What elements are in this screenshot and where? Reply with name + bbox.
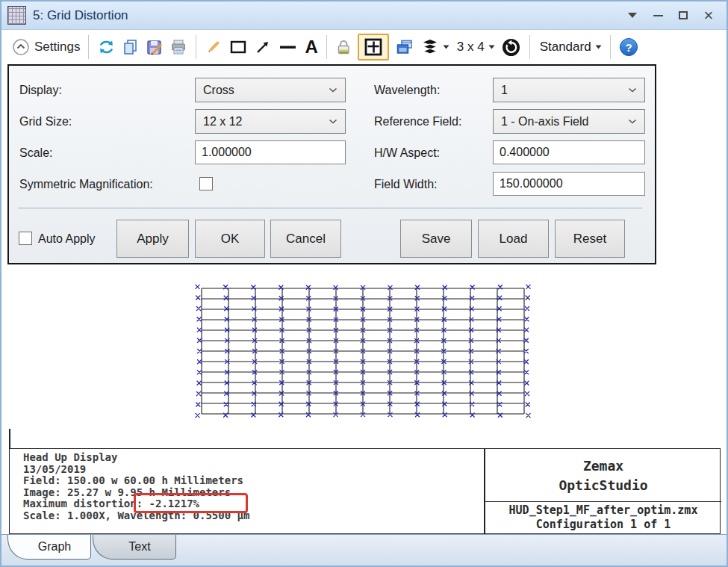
reference-field-value: 1 - On-axis Field — [501, 115, 588, 128]
grid-size-value: 12 x 12 — [203, 115, 242, 128]
hw-aspect-input[interactable] — [493, 140, 645, 164]
auto-apply-checkbox[interactable] — [19, 232, 32, 245]
field-width-label: Field Width: — [374, 172, 437, 196]
refresh-button[interactable] — [97, 38, 116, 56]
file-cell: HUD_Step1_MF_after_optim.zmx Configurati… — [485, 502, 721, 533]
collapse-settings-button[interactable]: Settings — [12, 38, 80, 56]
lock-button[interactable] — [335, 38, 352, 56]
toolbar: Settings A — [1, 30, 727, 64]
apply-button[interactable]: Apply — [116, 220, 189, 258]
brand-cell: Zemax OpticStudio — [485, 449, 721, 502]
copy-button[interactable] — [122, 38, 140, 56]
frame-line — [9, 429, 10, 448]
save-button[interactable] — [146, 38, 164, 56]
chevron-down-icon — [628, 87, 637, 93]
chevron-down-icon — [488, 45, 495, 49]
field-width-input[interactable] — [493, 172, 645, 196]
scale-input[interactable] — [195, 140, 346, 164]
annotation-line-field: Field: 150.00 w 60.00 h Millimeters — [23, 475, 249, 487]
symmetric-magnification-label: Symmetric Magnification: — [19, 172, 153, 196]
chevron-down-icon — [628, 13, 637, 18]
wavelength-label: Wavelength: — [374, 78, 440, 102]
brand-opticstudio: OpticStudio — [559, 476, 647, 495]
svg-text:?: ? — [625, 41, 632, 54]
split-view-button[interactable] — [358, 34, 389, 61]
draw-pencil-button[interactable] — [205, 38, 223, 56]
max-distortion-highlight — [134, 493, 248, 513]
cascade-windows-button[interactable] — [395, 38, 414, 56]
line-icon — [278, 38, 299, 56]
auto-apply-label: Auto Apply — [38, 226, 96, 251]
grid-size-label: Grid Size: — [19, 109, 72, 134]
tab-graph-label: Graph — [38, 540, 71, 554]
window-grid-dropdown[interactable]: 3 x 4 — [455, 40, 495, 55]
cascade-windows-icon — [395, 38, 414, 56]
profile-dropdown[interactable]: Standard — [538, 40, 602, 55]
chevron-down-icon — [595, 45, 602, 49]
titlebar: 5: Grid Distortion × — [1, 1, 727, 30]
brand-zemax: Zemax — [583, 456, 623, 476]
view-tabbar: Graph Text — [1, 534, 727, 566]
draw-rectangle-button[interactable] — [228, 38, 248, 56]
refresh-icon — [97, 38, 116, 56]
help-button[interactable]: ? — [619, 37, 638, 57]
arrow-icon — [254, 38, 272, 56]
chevron-up-circle-icon — [12, 38, 30, 56]
update-all-button[interactable] — [501, 37, 521, 58]
draw-text-button[interactable]: A — [305, 38, 317, 56]
display-select[interactable]: Cross — [195, 78, 346, 102]
rotate-ccw-icon — [501, 37, 521, 58]
load-settings-button[interactable]: Load — [478, 220, 549, 258]
profile-label: Standard — [540, 40, 591, 55]
grid-distortion-icon — [7, 6, 26, 25]
print-button[interactable] — [169, 38, 187, 56]
maximize-icon — [679, 11, 688, 19]
pencil-icon — [205, 38, 223, 56]
wavelength-select[interactable]: 1 — [493, 78, 645, 102]
lock-icon — [335, 38, 352, 56]
minimize-icon — [653, 15, 663, 16]
grid-size-select[interactable]: 12 x 12 — [195, 109, 346, 134]
display-label: Display: — [19, 78, 62, 102]
quad-window-icon — [364, 37, 383, 57]
save-settings-button[interactable]: Save — [400, 220, 472, 258]
settings-panel: Display: Cross Wavelength: 1 Grid Size: … — [7, 64, 656, 264]
toolbar-separator — [610, 35, 611, 59]
draw-arrow-button[interactable] — [254, 38, 272, 56]
tab-graph[interactable]: Graph — [7, 535, 91, 560]
close-button[interactable]: × — [701, 8, 716, 23]
tab-text[interactable]: Text — [93, 535, 176, 560]
configuration-label: Configuration 1 of 1 — [536, 518, 671, 532]
reset-settings-button[interactable]: Reset — [555, 220, 625, 258]
wavelength-value: 1 — [501, 84, 508, 97]
settings-label: Settings — [34, 40, 80, 55]
help-icon: ? — [619, 37, 638, 57]
save-icon — [146, 38, 164, 56]
toolbar-separator — [529, 35, 530, 59]
display-value: Cross — [203, 84, 234, 97]
hw-aspect-label: H/W Aspect: — [374, 140, 440, 165]
lens-file-name: HUD_Step1_MF_after_optim.zmx — [509, 504, 698, 518]
window-grid-label: 3 x 4 — [457, 40, 485, 55]
reference-field-select[interactable]: 1 - On-axis Field — [493, 109, 645, 134]
reference-field-label: Reference Field: — [374, 109, 461, 134]
minimize-button[interactable] — [650, 8, 665, 23]
toolbar-separator — [196, 35, 196, 59]
rectangle-icon — [228, 38, 248, 56]
annotation-line-date: 13/05/2019 — [23, 464, 249, 476]
cancel-button[interactable]: Cancel — [270, 220, 341, 258]
draw-line-button[interactable] — [278, 38, 299, 56]
window-controls: × — [625, 8, 727, 23]
maximize-button[interactable] — [676, 8, 691, 23]
tab-text-label: Text — [128, 540, 150, 554]
symmetric-magnification-checkbox[interactable] — [199, 177, 213, 190]
ok-button[interactable]: OK — [195, 220, 265, 258]
layers-icon — [420, 38, 440, 56]
chevron-down-icon — [329, 87, 337, 93]
chevron-down-icon — [628, 119, 637, 124]
annotation-table: Head Up Display 13/05/2019 Field: 150.00… — [9, 448, 721, 534]
layers-dropdown-button[interactable] — [420, 38, 449, 56]
toolbar-separator — [88, 35, 89, 59]
distortion-grid-canvas — [202, 288, 524, 414]
window-menu-button[interactable] — [625, 8, 640, 23]
